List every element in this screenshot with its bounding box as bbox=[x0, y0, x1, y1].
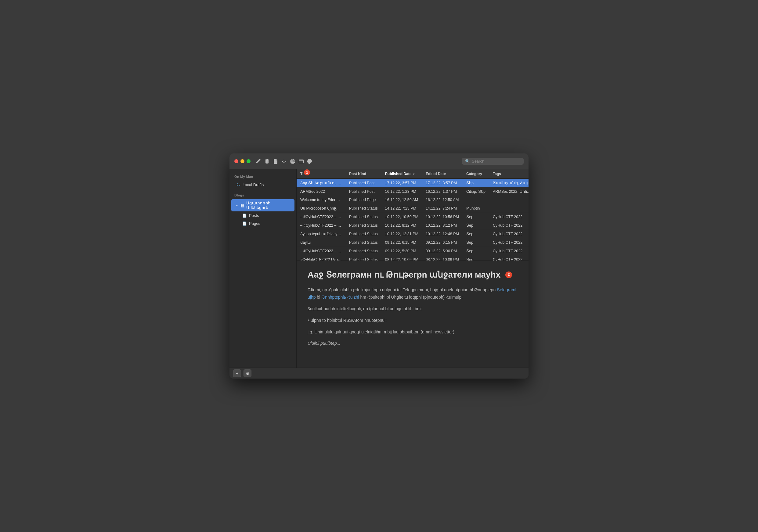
cell-title: #CyHubCTF2022 Uyuulg... bbox=[296, 255, 345, 261]
cell-published: 10.12.22, 8:12 PM bbox=[381, 221, 422, 230]
cell-kind: Published Status bbox=[345, 247, 381, 255]
grid-icon: ▦ bbox=[240, 203, 244, 208]
cell-tags: ARMSec 2022, Երti... bbox=[489, 187, 529, 196]
traffic-lights bbox=[234, 159, 251, 163]
col-edited[interactable]: Edited Date bbox=[422, 169, 463, 179]
cell-title: – #CyHubCTF2022 – Սp... bbox=[296, 213, 345, 221]
badge-1: 1 bbox=[304, 169, 310, 175]
cell-title: Ааջ Տելեգրամն ու Թութերը... bbox=[296, 179, 345, 187]
cell-category: Տеp bbox=[463, 230, 489, 238]
cell-published: 09.12.22, 5:30 PM bbox=[381, 247, 422, 255]
cell-category: Տеp bbox=[463, 247, 489, 255]
cell-tags: CyHub CTF 2022 bbox=[489, 213, 529, 221]
table-row[interactable]: Uu Micropost-h վnnջaurlg... Published St… bbox=[296, 204, 529, 213]
col-edited-label: Edited Date bbox=[426, 172, 446, 176]
col-tags-label: Tags bbox=[493, 172, 501, 176]
cell-tags bbox=[489, 204, 529, 213]
cell-tags: CyHub CTF 2022 bbox=[489, 247, 529, 255]
sidebar-item-blog[interactable]: ▾ ▦ Ագատոթիե Ամենեցուն bbox=[231, 199, 294, 212]
col-published[interactable]: Published Date▼ bbox=[381, 169, 422, 179]
cell-category: Տеp bbox=[463, 238, 489, 247]
sidebar-item-local-drafts[interactable]: 🗂 Local Drafts bbox=[231, 181, 294, 188]
on-my-mac-label: On My Mac bbox=[229, 173, 296, 180]
blogs-label: Blogs bbox=[229, 191, 296, 199]
table-row[interactable]: մaylш Published Status 09.12.22, 6:15 PM… bbox=[296, 238, 529, 247]
cell-category: Տеp bbox=[463, 213, 489, 221]
cell-published: 16.12.22, 12:50 AM bbox=[381, 196, 422, 204]
chevron-down-icon: ▾ bbox=[236, 204, 238, 207]
titlebar: 🔍 bbox=[229, 153, 529, 169]
content-area: Title 1 Post Kind Published Date▼ Edited… bbox=[296, 169, 529, 368]
cell-tags: CyHub CTF 2022 bbox=[489, 255, 529, 261]
cell-category: Տեp bbox=[463, 179, 489, 187]
search-bar[interactable]: 🔍 bbox=[462, 158, 524, 165]
table-row[interactable]: – #CyHubCTF2022 – Սp... Published Status… bbox=[296, 213, 529, 221]
cell-kind: Published Post bbox=[345, 179, 381, 187]
pages-label: Pages bbox=[249, 221, 260, 226]
sidebar-item-posts[interactable]: 📄 Posts bbox=[231, 212, 294, 219]
posts-label: Posts bbox=[249, 213, 259, 218]
refresh-icon[interactable] bbox=[281, 158, 287, 164]
col-tags[interactable]: Tags bbox=[489, 169, 529, 179]
preview-para-3: Կulpnn tp hbinbtbl RSS/Atom hnuptepnui: bbox=[308, 317, 518, 324]
cell-category: Citipp, Տեp bbox=[463, 187, 489, 196]
cell-edited: 10.12.22, 10:56 PM bbox=[422, 213, 463, 221]
col-published-label: Published Date bbox=[385, 172, 412, 176]
table-row[interactable]: #CyHubCTF2022 Uyuulg... Published Status… bbox=[296, 255, 529, 261]
cell-published: 10.12.22, 12:31 PM bbox=[381, 230, 422, 238]
cell-kind: Published Page bbox=[345, 196, 381, 204]
cell-edited: 16.12.22, 12:50 AM bbox=[422, 196, 463, 204]
color-icon[interactable] bbox=[307, 158, 313, 164]
cell-tags bbox=[489, 196, 529, 204]
sort-arrow-icon: ▼ bbox=[413, 173, 415, 176]
cell-edited: 10.12.22, 8:12 PM bbox=[422, 221, 463, 230]
draft-icon[interactable] bbox=[272, 158, 279, 164]
compose-icon[interactable] bbox=[256, 158, 261, 164]
preview-para-1: Գltemi, np Հpulujuluhlh բdulkhjuultnpn u… bbox=[308, 286, 518, 301]
cell-edited: 14.12.22, 7:24 PM bbox=[422, 204, 463, 213]
col-kind[interactable]: Post Kind bbox=[345, 169, 381, 179]
posts-table: Title 1 Post Kind Published Date▼ Edited… bbox=[296, 169, 529, 261]
cell-edited: 09.12.22, 5:30 PM bbox=[422, 247, 463, 255]
cell-kind: Published Post bbox=[345, 187, 381, 196]
cell-category bbox=[463, 196, 489, 204]
table-row[interactable]: – #CyHubCTF2022 – The f... Published Sta… bbox=[296, 221, 529, 230]
cell-edited: 08.12.22, 10:09 PM bbox=[422, 255, 463, 261]
col-category[interactable]: Category bbox=[463, 169, 489, 179]
local-drafts-label: Local Drafts bbox=[243, 183, 264, 187]
table-row[interactable]: Welcome to my Friends Pa... Published Pa… bbox=[296, 196, 529, 204]
cell-published: 08.12.22, 10:09 PM bbox=[381, 255, 422, 261]
table-row[interactable]: Aysop tepui ամёllacyjusu p... Published … bbox=[296, 230, 529, 238]
cell-title: Welcome to my Friends Pa... bbox=[296, 196, 345, 204]
search-input[interactable] bbox=[472, 159, 521, 163]
preview-pane: Ааջ Տелеграмн ու Թութerpn անջатели мауhх… bbox=[296, 261, 529, 368]
cell-title: Aysop tepui ամёllacyjusu p... bbox=[296, 230, 345, 238]
minimize-button[interactable] bbox=[240, 159, 244, 163]
close-button[interactable] bbox=[234, 159, 238, 163]
fullscreen-button[interactable] bbox=[247, 159, 251, 163]
trash-icon[interactable] bbox=[264, 158, 270, 164]
cell-category: Տеp bbox=[463, 255, 489, 261]
preview-body: Գltemi, np Հpulujuluhlh բdulkhjuultnpn u… bbox=[308, 286, 518, 347]
twitter-link[interactable]: Թnnhptephlь Հuizhi bbox=[321, 295, 359, 300]
table-row[interactable]: – #CyHubCTF2022 – Qlih... Published Stat… bbox=[296, 247, 529, 255]
table-row[interactable]: ARMSec 2022 Published Post 16.12.22, 1:2… bbox=[296, 187, 529, 196]
preview-para-4: j.q. Unin ululuiqulnuui qnogt uielnigtli… bbox=[308, 328, 518, 336]
cell-title: – #CyHubCTF2022 – Qlih... bbox=[296, 247, 345, 255]
cell-kind: Published Status bbox=[345, 213, 381, 221]
cell-published: 14.12.22, 7:23 PM bbox=[381, 204, 422, 213]
cell-kind: Published Status bbox=[345, 230, 381, 238]
sidebar-item-pages[interactable]: 📄 Pages bbox=[231, 220, 294, 227]
table-row[interactable]: Ааջ Տելեգրամն ու Թութերը... Published Po… bbox=[296, 179, 529, 187]
cell-title: մaylш bbox=[296, 238, 345, 247]
col-category-label: Category bbox=[466, 172, 482, 176]
add-button[interactable]: + bbox=[233, 369, 241, 377]
cell-tags: CyHub CTF 2022 bbox=[489, 230, 529, 238]
globe-icon[interactable] bbox=[290, 158, 296, 164]
cell-title: ARMSec 2022 bbox=[296, 187, 345, 196]
window-icon[interactable] bbox=[298, 158, 304, 164]
cell-edited: 10.12.22, 12:48 PM bbox=[422, 230, 463, 238]
cell-tags: CyHub CTF 2022 bbox=[489, 221, 529, 230]
col-title[interactable]: Title 1 bbox=[296, 169, 345, 179]
settings-button[interactable]: ⚙ bbox=[244, 369, 252, 377]
